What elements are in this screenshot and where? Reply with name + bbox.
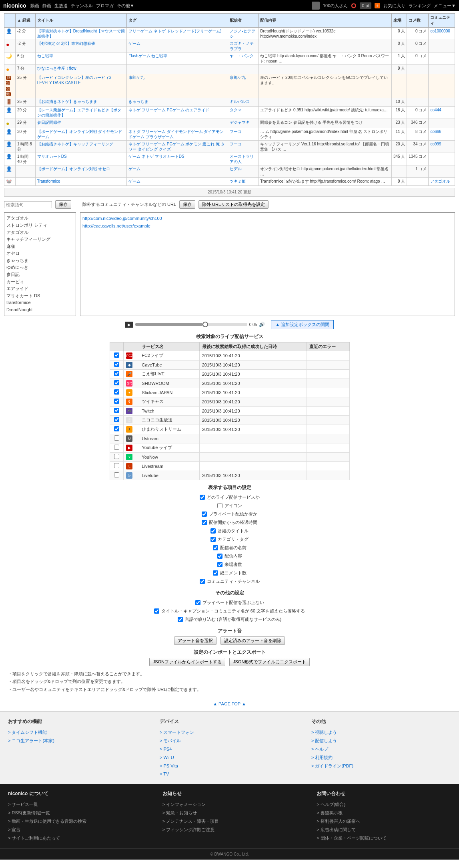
service-checkbox[interactable]: [114, 435, 119, 441]
keyword-item[interactable]: transformice: [6, 299, 74, 306]
stream-title-link[interactable]: 【レース乗越ゲーム】エアライドもどき【ボタンの簡単操作】: [37, 108, 121, 117]
service-checkbox[interactable]: [114, 399, 119, 404]
keyword-item[interactable]: 麻雀: [6, 243, 74, 250]
page-top[interactable]: ▲ PAGE TOP ▲: [4, 698, 455, 709]
footer-top-link[interactable]: ガイドライン(PDF): [311, 762, 451, 770]
keyword-item[interactable]: DreadNought: [6, 306, 74, 314]
keyword-item[interactable]: 参日記: [6, 271, 74, 278]
footer-top-link[interactable]: ヘルプ: [311, 745, 451, 753]
keyword-item[interactable]: マリオカート DS: [6, 292, 74, 300]
service-checkbox[interactable]: [114, 463, 119, 468]
export-button[interactable]: JSON形式でファイルにエクスポート: [229, 658, 310, 666]
display-setting-checkbox[interactable]: [217, 562, 222, 567]
service-checkbox[interactable]: [114, 454, 119, 459]
other-setting-checkbox[interactable]: [154, 608, 159, 614]
footer-bottom-link[interactable]: サイトご利用にあたって: [8, 834, 142, 842]
delete-alert-button[interactable]: 設定済みのアラート音を削除: [220, 636, 285, 645]
nav-live[interactable]: 生放送: [54, 3, 68, 9]
col-header-streamer[interactable]: 配信者: [228, 14, 259, 28]
keyword-item[interactable]: アタゴオル: [6, 215, 74, 222]
col-header-elapsed[interactable]: ▲ 経過: [16, 14, 36, 28]
nav-illust[interactable]: 静画: [42, 3, 51, 9]
footer-bottom-link[interactable]: 宣言: [8, 826, 142, 834]
footer-bottom-link[interactable]: 団体・企業・ページ閲覧について: [317, 834, 451, 842]
footer-top-link[interactable]: タイムシフト機能: [8, 728, 148, 737]
stream-title-link[interactable]: ねこ戦車: [37, 54, 53, 58]
keyword-item[interactable]: きゃっちま: [6, 257, 74, 264]
service-checkbox[interactable]: [114, 417, 119, 422]
other-setting-checkbox[interactable]: [195, 600, 200, 605]
service-checkbox[interactable]: [114, 371, 119, 376]
stream-title-link[interactable]: ひなにっき生産！flow: [37, 66, 76, 70]
cart-link[interactable]: お気に入り: [383, 3, 405, 9]
service-checkbox[interactable]: [114, 426, 119, 431]
stream-title-link[interactable]: マリオカートDS: [37, 154, 67, 159]
footer-top-link[interactable]: モバイル: [160, 737, 299, 745]
expand-button[interactable]: ▲ 追加設定ボックスの開閉: [271, 320, 334, 329]
other-setting-checkbox[interactable]: [178, 617, 183, 622]
audio-progress-bar[interactable]: [135, 323, 247, 326]
exclusion-url-box[interactable]: http://com.nicovideo.jp/community/ch100h…: [80, 212, 455, 316]
keyword-item[interactable]: ゆめにっき: [6, 264, 74, 271]
display-setting-checkbox[interactable]: [213, 570, 218, 576]
keyword-item[interactable]: オセロ: [6, 250, 74, 257]
nav-video[interactable]: 動画: [30, 3, 39, 9]
get-list-button[interactable]: 除外 URLリストの取得先を設定: [198, 200, 269, 209]
footer-bottom-link[interactable]: メンテナンス・障害・項目: [162, 817, 297, 826]
col-header-title[interactable]: タイトル: [35, 14, 126, 28]
stream-title-link[interactable]: 【お絵描きネトゲ】きゃっちまま: [37, 99, 97, 104]
display-setting-checkbox[interactable]: [200, 495, 205, 500]
display-setting-checkbox[interactable]: [210, 528, 216, 534]
col-header-tags[interactable]: タグ: [127, 14, 228, 28]
footer-top-link[interactable]: スマートフォン: [160, 728, 299, 737]
stream-title-link[interactable]: 参日記問録件: [37, 120, 61, 125]
stream-title-link[interactable]: 【4択検定 or 2択】東方幻想麻雀: [37, 41, 96, 46]
display-setting-checkbox[interactable]: [217, 554, 222, 559]
audio-seek-handle[interactable]: [202, 322, 208, 327]
stream-title-link[interactable]: 【ボードゲーム】オンライン対戦 ダイヤモンドゲーム: [37, 129, 122, 139]
footer-bottom-link[interactable]: RSS(更新情報)一覧: [8, 809, 142, 817]
footer-top-link[interactable]: ニコ生アラート(本家): [8, 737, 148, 745]
keyword-item[interactable]: エアライド: [6, 285, 74, 292]
stream-title-link[interactable]: 【宇宙対抗ネトゲ】DreadNought【マウスーで簡単操作】: [37, 29, 125, 38]
display-setting-checkbox[interactable]: [202, 512, 207, 517]
col-header-content[interactable]: 配信内容: [259, 14, 392, 28]
play-button[interactable]: ▶: [125, 322, 133, 328]
display-setting-checkbox[interactable]: [210, 537, 216, 542]
footer-top-link[interactable]: PS Vita: [160, 762, 299, 770]
col-header-community[interactable]: コミュニティ: [429, 14, 455, 28]
stream-title-link[interactable]: 【カービィコレクション】星のカービィ2 LEVELY DARK CASTLE: [37, 75, 112, 85]
menu-link[interactable]: メニュー▼: [434, 3, 456, 9]
service-checkbox[interactable]: [114, 472, 119, 477]
footer-top-link[interactable]: 配信しよう: [311, 737, 451, 745]
service-checkbox[interactable]: [114, 389, 119, 395]
service-checkbox[interactable]: [114, 380, 119, 385]
nav-blogmag[interactable]: ブロマガ: [96, 3, 114, 9]
footer-top-link[interactable]: PS4: [160, 745, 299, 753]
footer-bottom-link[interactable]: 権利侵害人の届権へ: [317, 817, 451, 826]
display-setting-checkbox[interactable]: [217, 503, 222, 508]
keyword-item[interactable]: ストロンボリ シティ: [6, 222, 74, 229]
stream-title-link[interactable]: 【お絵描きネトゲ】キャッチフィーリング: [37, 142, 113, 146]
volume-icon[interactable]: 🔊: [259, 322, 265, 327]
footer-bottom-link[interactable]: 動画・生放送に使用できる音源の検索: [8, 817, 142, 826]
col-header-comments[interactable]: コメ数: [407, 14, 429, 28]
display-setting-checkbox[interactable]: [200, 579, 205, 584]
service-checkbox[interactable]: [114, 408, 119, 413]
ranking-link[interactable]: ランキング: [409, 3, 431, 9]
save-button[interactable]: 保存: [55, 200, 71, 209]
footer-bottom-link[interactable]: 広告出稿に関して: [317, 826, 451, 834]
footer-bottom-link[interactable]: フィッシング詐欺ご注意: [162, 826, 297, 834]
service-checkbox[interactable]: [114, 362, 119, 367]
nav-other[interactable]: その他▼: [117, 3, 134, 9]
footer-bottom-link[interactable]: 緊急・お知らせ: [162, 809, 297, 817]
footer-bottom-link[interactable]: サービス一覧: [8, 800, 142, 809]
plus-button[interactable]: +: [375, 3, 380, 8]
footer-bottom-link[interactable]: インフォメーション: [162, 800, 297, 809]
search-input[interactable]: [4, 201, 52, 208]
nav-channel[interactable]: チャンネル: [71, 3, 93, 9]
keyword-item[interactable]: キャッチフィーリング: [6, 236, 74, 243]
col-header-viewers[interactable]: 来場: [391, 14, 407, 28]
display-setting-checkbox[interactable]: [213, 545, 218, 550]
stream-title-link[interactable]: 【ボードゲーム】オンライン対戦 オセロ: [37, 167, 110, 171]
